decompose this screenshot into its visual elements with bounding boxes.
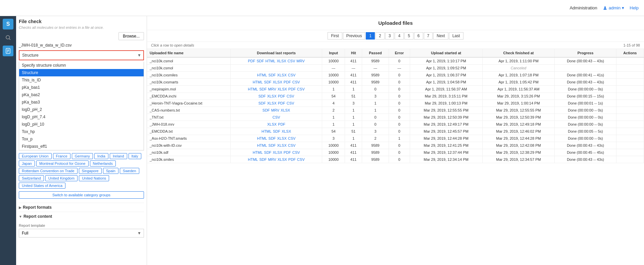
report-link-sdf[interactable]: SDF bbox=[268, 73, 276, 77]
report-link-xlsx[interactable]: XLSX bbox=[277, 143, 287, 147]
table-row[interactable]: _nci10k.smilesHTMLSDFMRVXLSXPDFCSV100004… bbox=[147, 156, 644, 163]
report-link-csv[interactable]: CSV bbox=[292, 150, 300, 154]
report-link-html[interactable]: HTML bbox=[248, 87, 258, 91]
tag-united-kingdom[interactable]: United Kingdom bbox=[45, 175, 78, 181]
tag-european-union[interactable]: European Union bbox=[19, 153, 52, 159]
tag-ireland[interactable]: Ireland bbox=[110, 153, 127, 159]
report-link-sdf[interactable]: SDF bbox=[268, 136, 276, 140]
tag-rotterdam[interactable]: Rotterdam Convention on Trade bbox=[19, 168, 78, 174]
page-5-button[interactable]: 5 bbox=[404, 32, 413, 40]
report-link-sdf[interactable]: SDF bbox=[258, 101, 266, 105]
report-link-xlsx[interactable]: XLSX bbox=[282, 129, 291, 133]
table-row[interactable]: _Asx-H2O-TNT.smartsHTMLSDFXLSXCSV3121Mar… bbox=[147, 135, 644, 142]
report-link-html[interactable]: HTML bbox=[257, 73, 267, 77]
report-link-pdf[interactable]: PDF bbox=[288, 157, 296, 161]
report-link-csv[interactable]: CSV bbox=[273, 115, 280, 119]
dropdown-list-item-logd-ph2[interactable]: logD_pH_2 bbox=[19, 106, 144, 113]
tag-united-states[interactable]: United States of America bbox=[19, 183, 65, 189]
report-link-sdf[interactable]: SDF bbox=[273, 129, 280, 133]
table-row[interactable]: _EMCDDA.txtHTMLSDFXLSX545130Mar 29, 2019… bbox=[147, 128, 644, 135]
table-row[interactable]: _nci10k.cxsmartsHTMLSDFXLSXPDFCSV1000041… bbox=[147, 79, 644, 86]
report-link-csv[interactable]: CSV bbox=[292, 80, 300, 84]
report-link-xlsx[interactable]: XLSX bbox=[278, 157, 287, 161]
tag-france[interactable]: France bbox=[53, 153, 70, 159]
report-link-csv[interactable]: CSV bbox=[288, 73, 296, 77]
dropdown-list-item-pka-bas1[interactable]: pKa_bas1 bbox=[19, 84, 144, 91]
report-link-csv[interactable]: CSV bbox=[297, 87, 305, 91]
report-link-html[interactable]: HTML bbox=[257, 136, 267, 140]
report-link-sdf[interactable]: SDF bbox=[259, 87, 267, 91]
report-link-csv[interactable]: CSV bbox=[297, 157, 305, 161]
report-link-mrv[interactable]: MRV bbox=[271, 108, 279, 112]
report-link-pdf[interactable]: PDF bbox=[284, 150, 291, 154]
report-link-xlsx[interactable]: XLSX bbox=[273, 80, 282, 84]
report-link-mrv[interactable]: MRV bbox=[268, 87, 276, 91]
next-page-button[interactable]: Next bbox=[433, 32, 448, 40]
report-link-csv[interactable]: CSV bbox=[287, 94, 294, 98]
page-6-button[interactable]: 6 bbox=[414, 32, 423, 40]
report-link-sdf[interactable]: SDF bbox=[258, 94, 266, 98]
dropdown-list-item-placeholder[interactable]: Specify structure column bbox=[19, 62, 144, 69]
dropdown-list-item-tox-p[interactable]: Tox_p bbox=[19, 135, 144, 143]
report-link-xlsx[interactable]: XLSX bbox=[267, 101, 277, 105]
report-link-html[interactable]: HTML bbox=[253, 80, 263, 84]
report-link-sdf[interactable]: SDF bbox=[257, 59, 264, 63]
report-link-pdf[interactable]: PDF bbox=[248, 59, 255, 63]
tag-japan[interactable]: Japan bbox=[19, 160, 35, 167]
report-link-pdf[interactable]: PDF bbox=[278, 122, 285, 126]
page-3-button[interactable]: 3 bbox=[385, 32, 394, 40]
table-row[interactable]: _mepirapim.molHTMLSDFMRVXLSXPDFCSV1100Ap… bbox=[147, 86, 644, 93]
page-7-button[interactable]: 7 bbox=[424, 32, 433, 40]
report-link-csv[interactable]: CSV bbox=[288, 143, 296, 147]
tag-germany[interactable]: Germany bbox=[72, 153, 93, 159]
table-row[interactable]: _CAS-numbers.txtSDFMRVXLSX2110Mar 29, 20… bbox=[147, 107, 644, 114]
report-link-mrv[interactable]: MRV bbox=[268, 157, 276, 161]
dropdown-list-item-pka-bas2[interactable]: pKa_bas2 bbox=[19, 91, 144, 98]
help-link[interactable]: Help bbox=[630, 5, 639, 10]
report-link-html[interactable]: HTML bbox=[253, 150, 263, 154]
report-link-xlsx[interactable]: XLSX bbox=[277, 73, 287, 77]
report-link-xlsx[interactable]: XLSX bbox=[281, 108, 290, 112]
report-link-sdf[interactable]: SDF bbox=[264, 150, 271, 154]
report-link-csv[interactable]: CSV bbox=[287, 101, 294, 105]
first-page-button[interactable]: First bbox=[328, 32, 342, 40]
report-link-xlsx[interactable]: XLSX bbox=[273, 150, 282, 154]
dropdown-list-item-this-is-id[interactable]: This_is_ID bbox=[19, 76, 144, 84]
switch-category-groups-button[interactable]: Switch to available category groups bbox=[19, 191, 144, 199]
user-menu[interactable]: admin ▾ bbox=[603, 5, 624, 10]
last-page-button[interactable]: Last bbox=[449, 32, 463, 40]
tag-montreal[interactable]: Montreal Protocol for Ozone bbox=[36, 160, 89, 167]
report-link-xlsx[interactable]: XLSX bbox=[267, 122, 277, 126]
report-formats-section[interactable]: ▶ Report formats bbox=[19, 203, 144, 212]
report-link-csv[interactable]: CSV bbox=[288, 59, 295, 63]
table-row[interactable]: _nci10k.cxsmilesHTMLSDFXLSXCSV1000041195… bbox=[147, 72, 644, 79]
dropdown-list-item-logd-ph74[interactable]: logD_pH_7.4 bbox=[19, 113, 144, 121]
structure-column-select[interactable]: Specify structure column Structure This_… bbox=[19, 50, 144, 60]
dropdown-list-item-logd-ph10[interactable]: logD_pH_10 bbox=[19, 121, 144, 128]
page-2-button[interactable]: 2 bbox=[376, 32, 385, 40]
report-link-html[interactable]: HTML bbox=[261, 129, 271, 133]
report-link-pdf[interactable]: PDF bbox=[288, 87, 296, 91]
report-link-html[interactable]: HTML bbox=[257, 143, 267, 147]
tag-singapore[interactable]: Singapore bbox=[79, 168, 102, 174]
table-row[interactable]: _JWH-018.mrvXLSXPDF1100Mar 29, 2019, 12:… bbox=[147, 121, 644, 128]
file-check-nav-icon[interactable] bbox=[3, 46, 13, 56]
search-nav-icon[interactable] bbox=[3, 32, 13, 43]
page-1-button[interactable]: 1 bbox=[366, 32, 375, 40]
report-link-html[interactable]: HTML bbox=[248, 157, 258, 161]
report-link-pdf[interactable]: PDF bbox=[278, 94, 285, 98]
dropdown-list-item-pka-bas3[interactable]: pKa_bas3 bbox=[19, 98, 144, 106]
structure-column-dropdown[interactable]: Specify structure column Structure This_… bbox=[19, 50, 144, 60]
report-link-pdf[interactable]: PDF bbox=[284, 80, 291, 84]
table-row[interactable]: _EMCDDA.inchiSDFXLSXPDFCSV545130Mar 29, … bbox=[147, 93, 644, 100]
table-row[interactable]: _TNT.txtCSV1100Mar 29, 2019, 12:50:39 PM… bbox=[147, 114, 644, 121]
report-link-sdf[interactable]: SDF bbox=[259, 157, 267, 161]
report-link-mrv[interactable]: MRV bbox=[296, 59, 304, 63]
report-link-xlsx[interactable]: XLSX bbox=[278, 87, 287, 91]
table-row[interactable]: _Heroin-TNT-Viagra-Cocaine.txtSDFXLSXPDF… bbox=[147, 100, 644, 107]
report-link-csv[interactable]: CSV bbox=[288, 136, 296, 140]
report-link-html[interactable]: HTML bbox=[265, 59, 276, 63]
table-row[interactable]: _nci10k-with-ID.csvHTMLSDFXLSXCSV1000041… bbox=[147, 142, 644, 149]
report-link-xlsx[interactable]: XLSX bbox=[277, 136, 287, 140]
tag-spain[interactable]: Spain bbox=[103, 168, 118, 174]
